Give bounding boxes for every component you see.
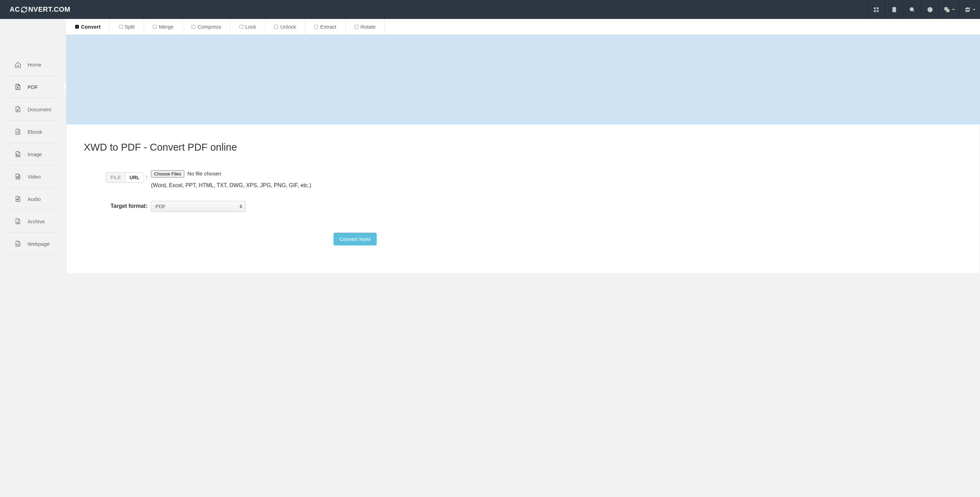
tab-label: Merge <box>159 24 174 30</box>
grid-icon <box>873 6 880 13</box>
tab-split[interactable]: Split <box>110 19 144 35</box>
tab-merge[interactable]: Merge <box>144 19 183 35</box>
document-icon <box>14 106 21 113</box>
no-file-chosen-text: No file chosen <box>188 170 221 177</box>
sidebar-item-label: Webpage <box>27 241 49 247</box>
source-file-toggle[interactable]: FILE <box>106 173 125 182</box>
ad-banner <box>66 35 980 124</box>
square-icon <box>75 25 79 29</box>
choose-files-button[interactable]: Choose Files <box>151 170 185 177</box>
tab-convert[interactable]: Convert <box>66 19 110 35</box>
sidebar-item-label: Document <box>27 107 51 112</box>
tab-label: Rotate <box>360 24 375 30</box>
square-icon <box>192 25 196 29</box>
target-format-label: Target format: <box>91 201 151 209</box>
square-icon <box>119 25 123 29</box>
sync-icon <box>964 6 971 13</box>
sidebar-item-label: Image <box>27 151 42 157</box>
logo-text-post: NVERT.COM <box>28 5 70 13</box>
image-icon <box>14 151 21 158</box>
translate-icon <box>944 6 950 13</box>
sidebar: Home PDF Document Ebook Image Video Audi… <box>0 19 66 273</box>
square-icon <box>240 25 243 29</box>
tab-rotate[interactable]: Rotate <box>345 19 385 35</box>
convert-now-button[interactable]: Convert Now! <box>334 233 377 245</box>
sidebar-item-pdf[interactable]: PDF <box>8 76 60 98</box>
target-format-value: PDF <box>151 201 246 212</box>
sidebar-item-label: PDF <box>27 84 38 90</box>
svg-point-9 <box>930 11 930 11</box>
webpage-icon <box>14 240 21 247</box>
grid-button[interactable] <box>867 0 885 19</box>
tab-lock[interactable]: Lock <box>231 19 266 35</box>
tab-extract[interactable]: Extract <box>305 19 345 35</box>
sidebar-item-label: Home <box>27 62 41 68</box>
caret-down-icon <box>973 9 975 10</box>
sidebar-item-image[interactable]: Image <box>8 143 60 166</box>
sidebar-item-video[interactable]: Video <box>8 166 60 188</box>
colon-label: : <box>146 174 148 181</box>
sidebar-item-ebook[interactable]: Ebook <box>8 121 60 143</box>
svg-rect-2 <box>874 10 876 12</box>
sidebar-item-webpage[interactable]: Webpage <box>8 233 60 255</box>
target-format-row: Target format: PDF <box>91 201 956 212</box>
tab-label: Split <box>125 24 135 30</box>
ebook-icon <box>14 128 21 135</box>
source-toggle-group: FILE URL : <box>91 170 151 183</box>
sidebar-item-home[interactable]: Home <box>8 53 60 76</box>
svg-rect-19 <box>17 222 18 223</box>
search-icon <box>909 6 915 13</box>
tab-label: Compress <box>197 24 221 30</box>
svg-rect-0 <box>874 7 876 9</box>
logo-text-pre: AC <box>10 5 20 13</box>
sidebar-item-label: Video <box>27 174 41 180</box>
svg-point-14 <box>16 154 17 155</box>
sidebar-item-audio[interactable]: Audio <box>8 188 60 210</box>
sidebar-item-label: Ebook <box>27 129 42 135</box>
tab-unlock[interactable]: Unlock <box>265 19 305 35</box>
main: Convert Split Merge Compress Lock Unlock… <box>66 19 980 273</box>
sidebar-item-document[interactable]: Document <box>8 98 60 121</box>
square-icon <box>314 25 318 29</box>
file-source-row: FILE URL : Choose Files No file chosen (… <box>91 170 956 188</box>
language-button[interactable] <box>939 0 959 19</box>
caret-down-icon <box>952 9 955 10</box>
page-title: XWD to PDF - Convert PDF online <box>84 142 963 153</box>
tablet-icon <box>891 6 897 13</box>
tab-compress[interactable]: Compress <box>183 19 230 35</box>
mobile-button[interactable] <box>885 0 903 19</box>
sidebar-item-label: Audio <box>27 196 41 202</box>
tab-label: Extract <box>320 24 336 30</box>
source-url-toggle[interactable]: URL <box>126 173 144 182</box>
square-icon <box>274 25 278 29</box>
form-panel: FILE URL : Choose Files No file chosen (… <box>84 170 963 245</box>
sidebar-item-label: Archive <box>27 218 45 225</box>
svg-rect-3 <box>877 10 878 12</box>
tabs: Convert Split Merge Compress Lock Unlock… <box>66 19 980 35</box>
tab-label: Lock <box>245 24 256 30</box>
help-icon <box>927 6 933 13</box>
help-button[interactable] <box>921 0 939 19</box>
svg-rect-1 <box>877 7 878 9</box>
target-format-select[interactable]: PDF <box>151 201 246 212</box>
app-header: AC NVERT.COM <box>0 0 980 19</box>
search-button[interactable] <box>903 0 921 19</box>
sidebar-item-archive[interactable]: Archive <box>8 210 60 233</box>
refresh-icon <box>21 6 27 13</box>
archive-icon <box>14 218 21 225</box>
tab-label: Convert <box>81 24 100 30</box>
audio-icon <box>14 196 21 202</box>
file-hint-text: (Word, Excel, PPT, HTML, TXT, DWG, XPS, … <box>151 182 956 188</box>
svg-point-6 <box>910 8 913 11</box>
home-icon <box>14 61 21 68</box>
svg-line-7 <box>913 10 914 12</box>
square-icon <box>153 25 157 29</box>
pdf-icon <box>14 83 21 90</box>
video-icon <box>14 173 21 180</box>
square-icon <box>355 25 358 29</box>
tab-label: Unlock <box>280 24 296 30</box>
refresh-button[interactable] <box>959 0 980 19</box>
header-toolbar <box>867 0 980 19</box>
logo[interactable]: AC NVERT.COM <box>10 5 70 13</box>
svg-rect-15 <box>17 177 18 178</box>
